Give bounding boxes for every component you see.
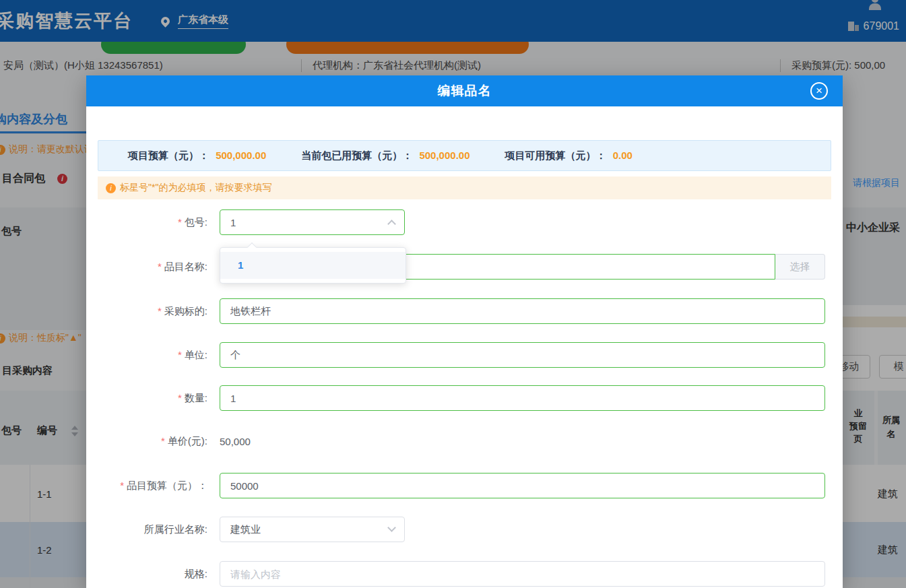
dropdown-arrow xyxy=(247,242,257,252)
required-asterisk: * xyxy=(161,435,165,447)
select-button[interactable]: 选择 xyxy=(775,254,825,280)
form-row-item-name: *品目名称: 选择 xyxy=(86,254,825,280)
form-row-package-no: *包号: xyxy=(86,209,405,235)
required-asterisk: * xyxy=(158,261,162,272)
close-icon[interactable] xyxy=(810,82,828,100)
spec-input[interactable] xyxy=(220,561,825,587)
budget-item: 当前包已用预算（元）： 500,000.00 xyxy=(301,150,470,162)
required-asterisk: * xyxy=(178,392,182,403)
form-row-unit-price: *单价(元): 50,000 xyxy=(86,428,251,454)
form-row-spec: 规格: xyxy=(86,561,825,587)
form-row-item-budget: *品目预算（元）： xyxy=(86,473,825,498)
budget-item: 项目预算（元）： 500,000.00 xyxy=(128,150,266,162)
package-no-dropdown: 1 xyxy=(220,247,406,284)
form-row-procurement-target: *采购标的: xyxy=(86,298,825,324)
edit-item-modal: 编辑品名 项目预算（元）： 500,000.00 当前包已用预算（元）： 500… xyxy=(86,75,843,588)
unit-input[interactable] xyxy=(220,342,825,368)
dropdown-option[interactable]: 1 xyxy=(220,252,406,279)
required-asterisk: * xyxy=(178,349,182,360)
form-row-unit: *单位: xyxy=(86,342,825,368)
form-row-quantity: *数量: xyxy=(86,385,825,411)
required-fields-notice: 标星号"*"的为必填项，请按要求填写 xyxy=(98,176,831,199)
form-row-industry: 所属行业名称: xyxy=(86,517,405,542)
budget-item: 项目可用预算（元）： 0.00 xyxy=(505,150,633,162)
industry-select[interactable] xyxy=(220,517,405,542)
budget-summary-bar: 项目预算（元）： 500,000.00 当前包已用预算（元）： 500,000.… xyxy=(98,140,831,171)
item-budget-input[interactable] xyxy=(220,473,825,498)
info-icon xyxy=(106,183,116,193)
unit-price-value: 50,000 xyxy=(220,436,251,447)
modal-title: 编辑品名 xyxy=(438,82,492,100)
required-asterisk: * xyxy=(178,216,182,228)
package-no-select[interactable] xyxy=(220,209,405,235)
procurement-target-input[interactable] xyxy=(220,298,825,324)
quantity-input[interactable] xyxy=(220,385,825,411)
required-asterisk: * xyxy=(120,480,124,491)
modal-header: 编辑品名 xyxy=(86,75,843,106)
required-asterisk: * xyxy=(158,305,162,317)
